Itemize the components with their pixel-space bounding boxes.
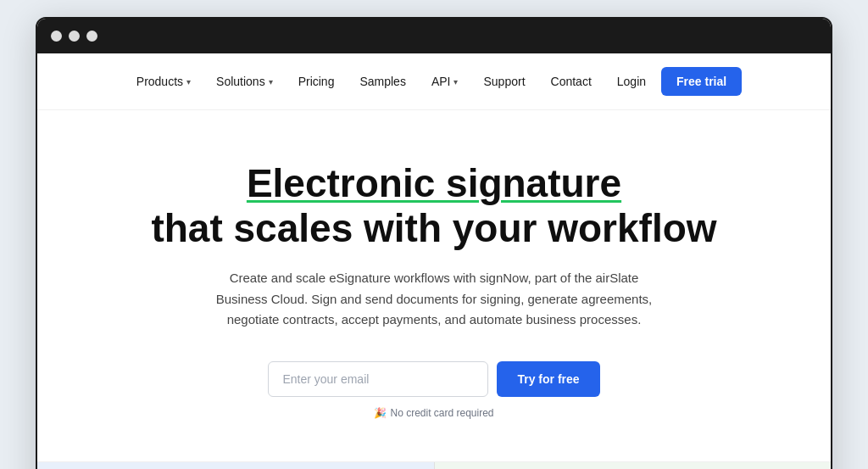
nav-login-label: Login — [617, 75, 646, 88]
browser-dot-1 — [51, 31, 62, 42]
chevron-down-icon: ▾ — [186, 77, 191, 87]
nav-products-label: Products — [136, 75, 183, 88]
hero-note: 🎉 No credit card required — [146, 407, 722, 419]
nav-item-contact[interactable]: Contact — [541, 68, 602, 95]
hero-title-line1: Electronic signature — [247, 161, 621, 205]
chevron-down-icon: ▾ — [453, 77, 458, 87]
sign-own-card: Sign my own Select your signature Legall… — [435, 462, 832, 469]
hero-section: Electronic signature that scales with yo… — [112, 110, 756, 453]
email-input[interactable] — [268, 361, 488, 397]
nav-item-api[interactable]: API ▾ — [421, 68, 469, 95]
browser-window: Products ▾ Solutions ▾ Pricing Samples A… — [36, 17, 832, 469]
browser-dot-2 — [69, 31, 80, 42]
bottom-cards: Send my document Who is signing? Sign my… — [37, 461, 831, 469]
free-trial-button[interactable]: Free trial — [661, 67, 742, 96]
nav-samples-label: Samples — [359, 75, 405, 88]
navbar: Products ▾ Solutions ▾ Pricing Samples A… — [37, 53, 831, 110]
nav-item-pricing[interactable]: Pricing — [288, 68, 345, 95]
nav-api-label: API — [431, 75, 451, 88]
browser-dot-3 — [86, 31, 97, 42]
nav-solutions-label: Solutions — [216, 75, 265, 88]
nav-item-support[interactable]: Support — [473, 68, 535, 95]
nav-items: Products ▾ Solutions ▾ Pricing Samples A… — [71, 67, 797, 96]
hero-title-line2: that scales with your workflow — [151, 206, 716, 250]
chevron-down-icon: ▾ — [269, 77, 273, 87]
hero-form: Try for free — [146, 361, 722, 397]
browser-titlebar — [37, 19, 831, 53]
note-icon: 🎉 — [374, 407, 387, 419]
note-text: No credit card required — [390, 407, 493, 419]
browser-content: Products ▾ Solutions ▾ Pricing Samples A… — [37, 53, 831, 469]
try-for-free-button[interactable]: Try for free — [497, 361, 599, 397]
hero-title: Electronic signature that scales with yo… — [146, 161, 722, 251]
nav-support-label: Support — [483, 75, 525, 88]
nav-contact-label: Contact — [551, 75, 592, 88]
send-document-card: Send my document Who is signing? — [37, 462, 435, 469]
hero-subtitle: Create and scale eSignature workflows wi… — [214, 268, 654, 331]
nav-item-samples[interactable]: Samples — [349, 68, 415, 95]
nav-item-login[interactable]: Login — [607, 68, 656, 95]
nav-item-products[interactable]: Products ▾ — [126, 68, 201, 95]
nav-pricing-label: Pricing — [298, 75, 335, 88]
nav-item-solutions[interactable]: Solutions ▾ — [206, 68, 283, 95]
